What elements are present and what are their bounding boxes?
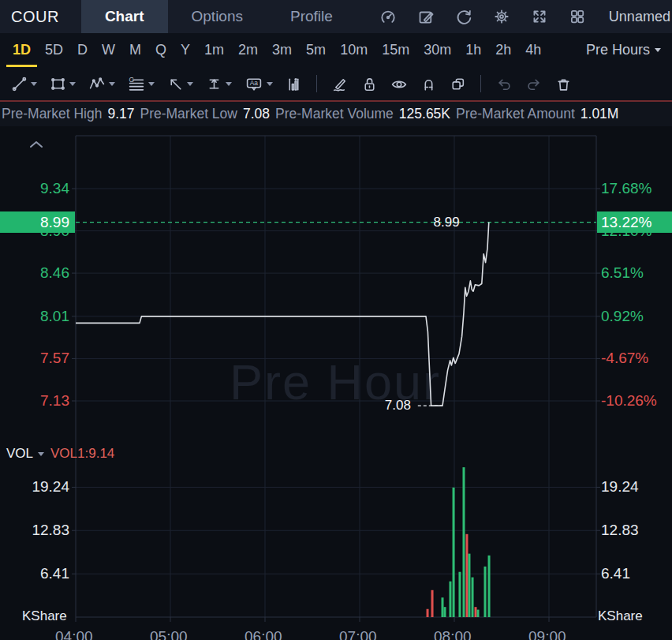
chevron-down-icon bbox=[38, 452, 44, 456]
timeframe-15m[interactable]: 15m bbox=[375, 33, 416, 67]
rectangle-tool-button[interactable] bbox=[45, 73, 80, 95]
time-tick-label: 09:00 bbox=[528, 628, 566, 640]
timeframe-4h[interactable]: 4h bbox=[519, 33, 547, 67]
drawing-toolbar: G Aa bbox=[0, 67, 672, 102]
timeframe-5d[interactable]: 5D bbox=[39, 33, 69, 67]
delete-trash-button[interactable] bbox=[551, 73, 577, 95]
arrow-tool-button[interactable] bbox=[162, 73, 198, 95]
volume-bar bbox=[458, 572, 461, 617]
collapse-chevron-up-icon[interactable] bbox=[28, 139, 44, 153]
timeframe-w[interactable]: W bbox=[95, 33, 121, 67]
time-tick-label: 08:00 bbox=[434, 628, 472, 640]
timeframe-2m[interactable]: 2m bbox=[232, 33, 264, 67]
percent-tick-label: 6.51% bbox=[601, 264, 644, 282]
divider bbox=[316, 75, 317, 92]
timeframe-y[interactable]: Y bbox=[174, 33, 196, 67]
current-price-badge: 8.99 bbox=[0, 211, 75, 233]
volume-bar bbox=[465, 534, 468, 617]
undo-button[interactable] bbox=[491, 73, 517, 95]
chevron-down-icon bbox=[267, 82, 273, 86]
timeframe-30m[interactable]: 30m bbox=[417, 33, 457, 67]
tab-chart[interactable]: Chart bbox=[81, 0, 168, 33]
timeframe-1h[interactable]: 1h bbox=[459, 33, 487, 67]
price-tick-label: 7.13 bbox=[0, 392, 69, 410]
layout-grid-icon[interactable] bbox=[568, 7, 587, 26]
stat-value: 9.17 bbox=[107, 106, 134, 122]
time-tick-label: 07:00 bbox=[339, 628, 377, 640]
volume-tick-label: 19.24 bbox=[601, 478, 639, 496]
magnet-icon-button[interactable] bbox=[416, 73, 442, 95]
tab-profile[interactable]: Profile bbox=[267, 0, 357, 33]
stat-item: Pre-Market High9.17 bbox=[2, 106, 140, 122]
session-selector[interactable]: Pre Hours bbox=[586, 33, 661, 67]
volume-tick-label: 12.83 bbox=[601, 522, 639, 539]
timeframe-d[interactable]: D bbox=[71, 33, 94, 67]
symbol-label: COUR bbox=[11, 8, 59, 26]
chevron-down-icon bbox=[226, 82, 232, 86]
volume-bar bbox=[442, 597, 444, 617]
volume-tick-label: 6.41 bbox=[0, 565, 69, 582]
zigzag-tool-button[interactable] bbox=[84, 73, 120, 95]
timeframe-bar: 1D5DDWMQY1m2m3m5m10m15m30m1h2h4h Pre Hou… bbox=[0, 33, 672, 67]
chevron-down-icon bbox=[31, 82, 37, 86]
chart-area: Pre Hour 9.3417.68%8.9012.10%8.466.51%8.… bbox=[0, 126, 672, 640]
divider bbox=[480, 75, 481, 92]
timeframe-2h[interactable]: 2h bbox=[489, 33, 517, 67]
unlock-icon-button[interactable] bbox=[357, 73, 383, 95]
price-range-tool-button[interactable] bbox=[201, 73, 237, 95]
price-line bbox=[76, 223, 489, 406]
gauge-icon[interactable] bbox=[379, 7, 398, 26]
session-high-label: 8.99 bbox=[434, 215, 460, 230]
percent-tick-label: 17.68% bbox=[601, 180, 651, 197]
settings-icon[interactable] bbox=[492, 7, 511, 26]
chevron-down-icon bbox=[69, 82, 76, 86]
text-note-tool-button[interactable]: Aa bbox=[240, 73, 278, 95]
view-tabs: Chart Options Profile bbox=[81, 0, 357, 33]
timeframe-10m[interactable]: 10m bbox=[334, 33, 374, 67]
workspace-name: Unnamed bbox=[609, 9, 670, 25]
timeframe-m[interactable]: M bbox=[123, 33, 147, 67]
volume-bar bbox=[484, 567, 487, 617]
duplicate-icon-button[interactable] bbox=[445, 73, 471, 95]
volume-profile-tool-button[interactable] bbox=[281, 73, 307, 95]
session-low-label: 7.08 bbox=[385, 398, 411, 414]
stat-label: Pre-Market Volume bbox=[275, 106, 394, 122]
workspace-selector[interactable]: Unnamed ▾ bbox=[609, 9, 672, 25]
timeframe-q[interactable]: Q bbox=[149, 33, 173, 67]
volume-bar bbox=[468, 554, 470, 617]
timeframe-1m[interactable]: 1m bbox=[198, 33, 230, 67]
edit-icon[interactable] bbox=[416, 7, 435, 26]
timeframe-1d[interactable]: 1D bbox=[6, 33, 37, 67]
top-nav: COUR Chart Options Profile bbox=[0, 0, 672, 33]
nav-icon-group bbox=[379, 7, 587, 26]
stat-item: Pre-Market Low7.08 bbox=[140, 106, 275, 122]
volume-bar bbox=[477, 610, 480, 617]
time-tick-label: 05:00 bbox=[150, 628, 188, 640]
redo-button[interactable] bbox=[521, 73, 547, 95]
volume-bar bbox=[444, 607, 446, 617]
chart-canvas[interactable] bbox=[0, 126, 672, 640]
premarket-stats-row: Pre-Market High9.17Pre-Market Low7.08Pre… bbox=[0, 102, 672, 126]
volume-indicator-selector[interactable]: VOL bbox=[6, 446, 44, 462]
stat-label: Pre-Market Low bbox=[140, 106, 237, 122]
tab-options[interactable]: Options bbox=[168, 0, 267, 33]
volume-bar bbox=[472, 578, 474, 617]
timeframe-5m[interactable]: 5m bbox=[300, 33, 332, 67]
trend-line-tool-button[interactable] bbox=[6, 73, 42, 95]
brush-tool-button[interactable] bbox=[327, 73, 353, 95]
refresh-icon[interactable] bbox=[454, 7, 473, 26]
chevron-down-icon bbox=[187, 82, 193, 86]
stat-label: Pre-Market High bbox=[2, 106, 102, 122]
timeframe-3m[interactable]: 3m bbox=[266, 33, 298, 67]
gann-lines-tool-button[interactable]: G bbox=[123, 73, 159, 95]
visibility-eye-icon-button[interactable] bbox=[386, 73, 413, 95]
volume-legend-value: VOL1:9.14 bbox=[50, 446, 114, 462]
stat-value: 7.08 bbox=[243, 106, 270, 122]
svg-text:Aa: Aa bbox=[250, 79, 259, 87]
share-unit-label-left: KShare bbox=[22, 608, 67, 624]
fullscreen-icon[interactable] bbox=[530, 7, 549, 26]
volume-indicator-row: VOL VOL1:9.14 bbox=[6, 446, 114, 462]
svg-text:G: G bbox=[129, 76, 135, 84]
spacer bbox=[547, 33, 586, 67]
session-label: Pre Hours bbox=[586, 42, 650, 58]
